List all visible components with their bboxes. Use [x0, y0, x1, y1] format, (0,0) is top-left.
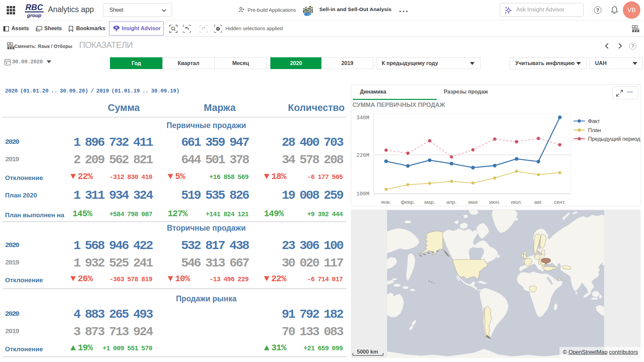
svg-text:июл.: июл. — [511, 199, 522, 205]
svg-text:июн.: июн. — [489, 199, 500, 205]
svg-text:февр.: февр. — [401, 199, 415, 205]
svg-text:янв.: янв. — [381, 199, 391, 205]
svg-text:авг.: авг. — [534, 199, 543, 205]
svg-text:мар.: мар. — [424, 199, 435, 205]
svg-text:Факт: Факт — [588, 118, 600, 124]
svg-text:сент.: сент. — [554, 199, 566, 205]
svg-text:100M: 100M — [357, 191, 369, 197]
svg-text:апр.: апр. — [446, 199, 457, 205]
svg-text:340M: 340M — [357, 115, 369, 121]
svg-text:Предыдущий период: Предыдущий период — [588, 136, 640, 142]
svg-text:мая: мая — [468, 199, 478, 205]
svg-text:220M: 220M — [357, 153, 369, 159]
svg-text:План: План — [588, 127, 601, 133]
